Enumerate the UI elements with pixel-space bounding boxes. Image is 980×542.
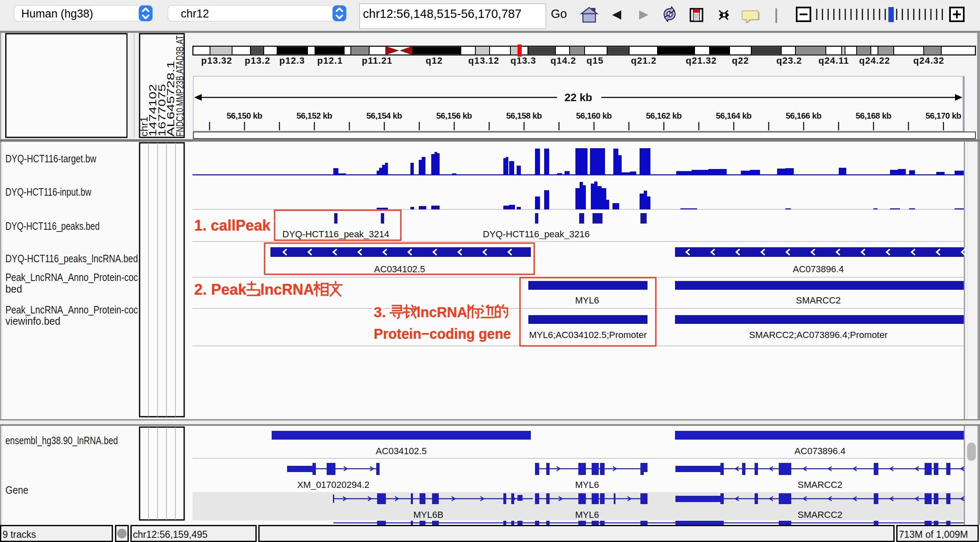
svg-text:q21.2: q21.2 bbox=[631, 55, 656, 66]
svg-text:56,170 kb: 56,170 kb bbox=[925, 111, 961, 120]
svg-text:MYL6: MYL6 bbox=[575, 480, 599, 490]
svg-text:q13.12: q13.12 bbox=[468, 55, 500, 66]
svg-text:DYQ-HCT116_peak_3214: DYQ-HCT116_peak_3214 bbox=[282, 229, 389, 239]
svg-text:lncRNA: lncRNA bbox=[417, 304, 467, 320]
svg-text:chr12: chr12 bbox=[181, 7, 209, 20]
svg-text:AC073896.4: AC073896.4 bbox=[795, 446, 845, 456]
svg-text:713M of 1,009M: 713M of 1,009M bbox=[899, 529, 968, 540]
svg-text:Peak_LncRNA_Anno_Protein-coc: Peak_LncRNA_Anno_Protein-coc bbox=[5, 303, 138, 316]
svg-text:MYL6: MYL6 bbox=[575, 510, 599, 520]
svg-text:q13.3: q13.3 bbox=[510, 55, 536, 66]
svg-text:DYQ-HCT116_peak_3216: DYQ-HCT116_peak_3216 bbox=[483, 229, 590, 239]
svg-text:MYL6: MYL6 bbox=[575, 295, 599, 306]
svg-text:viewinfo.bed: viewinfo.bed bbox=[5, 315, 60, 327]
svg-text:q23.2: q23.2 bbox=[776, 55, 802, 66]
svg-text:9 tracks: 9 tracks bbox=[2, 529, 36, 540]
svg-text:22 kb: 22 kb bbox=[565, 91, 592, 104]
svg-text:56,162 kb: 56,162 kb bbox=[646, 111, 682, 120]
svg-text:DYQ-HCT116_peaks.bed: DYQ-HCT116_peaks.bed bbox=[5, 220, 100, 232]
svg-text:q15: q15 bbox=[587, 55, 604, 66]
svg-text:AC034102.5: AC034102.5 bbox=[374, 264, 425, 274]
svg-text:bed: bed bbox=[5, 283, 22, 295]
svg-text:2. Peak: 2. Peak bbox=[194, 281, 247, 298]
svg-text:AC034102.5: AC034102.5 bbox=[376, 446, 427, 456]
svg-text:SMARCC2: SMARCC2 bbox=[798, 510, 842, 520]
svg-text:chr12:56,159,495: chr12:56,159,495 bbox=[133, 529, 208, 540]
svg-text:lncRNA: lncRNA bbox=[260, 281, 314, 298]
svg-text:3.: 3. bbox=[374, 304, 390, 320]
svg-text:Human (hg38): Human (hg38) bbox=[21, 7, 93, 20]
svg-text:SMARCC2;AC073896.4;Promoter: SMARCC2;AC073896.4;Promoter bbox=[749, 330, 888, 340]
svg-text:MYL6;AC034102.5;Promoter: MYL6;AC034102.5;Promoter bbox=[529, 330, 647, 340]
svg-text:56,166 kb: 56,166 kb bbox=[786, 111, 822, 120]
svg-text:q21.32: q21.32 bbox=[686, 55, 717, 66]
svg-text:chr12:56,148,515-56,170,787: chr12:56,148,515-56,170,787 bbox=[363, 7, 522, 20]
svg-text:MYL6B: MYL6B bbox=[413, 510, 443, 520]
svg-text:56,158 kb: 56,158 kb bbox=[506, 111, 542, 120]
svg-text:p13.2: p13.2 bbox=[245, 55, 270, 66]
svg-text:DYQ-HCT116_peaks_lncRNA.bed: DYQ-HCT116_peaks_lncRNA.bed bbox=[5, 252, 138, 265]
svg-text:Protein−coding gene: Protein−coding gene bbox=[374, 326, 511, 342]
svg-text:AC073896.4: AC073896.4 bbox=[793, 264, 844, 274]
svg-text:q24.32: q24.32 bbox=[913, 55, 945, 66]
svg-text:Gene: Gene bbox=[5, 484, 28, 496]
svg-text:56,168 kb: 56,168 kb bbox=[855, 111, 891, 120]
svg-text:1. callPeak: 1. callPeak bbox=[194, 217, 271, 234]
svg-text:56,150 kb: 56,150 kb bbox=[227, 111, 262, 120]
svg-text:q14.2: q14.2 bbox=[550, 55, 576, 66]
svg-text:56,154 kb: 56,154 kb bbox=[366, 111, 402, 120]
svg-text:56,164 kb: 56,164 kb bbox=[716, 111, 752, 120]
svg-text:p12.1: p12.1 bbox=[317, 55, 342, 66]
svg-text:DYQ-HCT116-input.bw: DYQ-HCT116-input.bw bbox=[5, 186, 91, 198]
svg-text:56,152 kb: 56,152 kb bbox=[297, 111, 332, 120]
svg-text:p12.3: p12.3 bbox=[279, 55, 305, 66]
svg-text:FNDC10,MMP23B,ATAD3B,AT: FNDC10,MMP23B,ATAD3B,AT bbox=[175, 35, 185, 137]
svg-text:q24.11: q24.11 bbox=[818, 55, 849, 66]
svg-text:p11.21: p11.21 bbox=[362, 55, 392, 66]
svg-text:56,160 kb: 56,160 kb bbox=[576, 111, 612, 120]
svg-text:DYQ-HCT116-target.bw: DYQ-HCT116-target.bw bbox=[5, 152, 96, 165]
svg-text:SMARCC2: SMARCC2 bbox=[798, 480, 842, 490]
svg-text:p13.32: p13.32 bbox=[201, 55, 232, 66]
svg-text:ensembl_hg38.90_lnRNA.bed: ensembl_hg38.90_lnRNA.bed bbox=[5, 434, 118, 447]
svg-text:SMARCC2: SMARCC2 bbox=[796, 295, 841, 306]
svg-text:q24.22: q24.22 bbox=[859, 55, 890, 66]
svg-text:q12: q12 bbox=[426, 55, 443, 66]
svg-text:Go: Go bbox=[551, 7, 567, 20]
svg-text:56,156 kb: 56,156 kb bbox=[436, 111, 472, 120]
svg-text:Peak_LncRNA_Anno_Protein-coc: Peak_LncRNA_Anno_Protein-coc bbox=[5, 271, 138, 283]
svg-text:q22: q22 bbox=[732, 55, 749, 66]
svg-text:XM_017020294.2: XM_017020294.2 bbox=[297, 480, 370, 490]
